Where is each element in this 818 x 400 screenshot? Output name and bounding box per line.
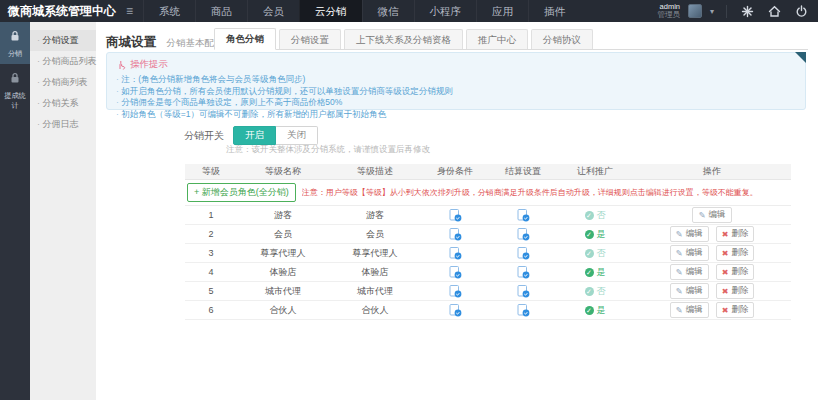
col-rebate-promotion: 让利推广 <box>557 164 633 179</box>
table-row: 3 尊享代理人 尊享代理人 ✓否 ✎编辑 ✖删除 <box>185 244 791 263</box>
edit-button[interactable]: ✎编辑 <box>692 207 731 223</box>
level-desc-cell: 游客 <box>329 209 421 222</box>
check-circle-icon: ✓ <box>585 306 594 315</box>
identity-condition-icon[interactable] <box>449 304 462 317</box>
delete-button[interactable]: ✖删除 <box>716 264 755 280</box>
role-table: 等级 等级名称 等级描述 身份条件 结算设置 让利推广 操作 + 新增会员角色(… <box>185 164 791 320</box>
hint-line: 注：(角色分销新增角色将会与会员等级角色同步) <box>116 74 789 86</box>
table-row: 2 会员 会员 ✓是 ✎编辑 ✖删除 <box>185 225 791 244</box>
rebate-promotion-cell: ✓否 <box>557 209 633 222</box>
settlement-settings-icon[interactable] <box>517 285 530 298</box>
delete-button[interactable]: ✖删除 <box>716 245 755 261</box>
nav-item-member[interactable]: 会员 <box>247 0 299 22</box>
main-nav: 系统 商品 会员 云分销 微信 小程序 应用 插件 <box>143 0 580 22</box>
tab-promotion-center[interactable]: 推广中心 <box>466 29 528 49</box>
level-desc-cell: 会员 <box>329 228 421 241</box>
operations-cell: ✎编辑 ✖删除 <box>633 283 791 299</box>
sidebar-item-distribution-relations[interactable]: 分销关系 <box>30 93 96 114</box>
nav-item-plugins[interactable]: 插件 <box>528 0 580 22</box>
fold-corner-icon[interactable] <box>795 52 806 63</box>
home-icon[interactable] <box>768 5 781 18</box>
settlement-settings-icon[interactable] <box>517 228 530 241</box>
topbar-right: admin 管理员 ▾ <box>657 3 818 19</box>
user-info: admin 管理员 <box>657 3 680 19</box>
edit-button[interactable]: ✎编辑 <box>670 226 709 242</box>
sidebar-item-distributor-list[interactable]: 分销商列表 <box>30 72 96 93</box>
identity-condition-icon[interactable] <box>449 209 462 222</box>
settlement-settings-icon[interactable] <box>517 304 530 317</box>
level-cell: 3 <box>185 248 237 258</box>
trash-icon: ✖ <box>722 306 729 315</box>
operations-cell: ✎编辑 ✖删除 <box>633 226 791 242</box>
hint-line: 初始角色（等级=1）可编辑不可删除，所有新增的用户都属于初始角色 <box>116 109 789 121</box>
check-circle-icon: ✓ <box>585 268 594 277</box>
tab-relations-qualification[interactable]: 上下线关系及分销资格 <box>344 29 463 49</box>
nav-item-distribution[interactable]: 云分销 <box>299 0 362 22</box>
settlement-settings-icon[interactable] <box>517 247 530 260</box>
level-cell: 4 <box>185 267 237 277</box>
rebate-promotion-cell: ✓是 <box>557 266 633 279</box>
delete-button[interactable]: ✖删除 <box>716 283 755 299</box>
level-name-cell: 会员 <box>237 228 329 241</box>
distribution-switch-row: 分销开关 开启 关闭 <box>184 126 318 145</box>
switch-label: 分销开关 <box>184 129 224 143</box>
tab-role-distribution[interactable]: 角色分销 <box>214 28 276 50</box>
rail-item-commission-stats[interactable]: 提成统计 <box>0 64 30 117</box>
level-name-cell: 城市代理 <box>237 285 329 298</box>
delete-button[interactable]: ✖删除 <box>716 302 755 318</box>
nav-item-goods[interactable]: 商品 <box>195 0 247 22</box>
col-level: 等级 <box>185 164 237 179</box>
edit-button[interactable]: ✎编辑 <box>670 302 709 318</box>
add-member-role-button[interactable]: + 新增会员角色(全分销) <box>187 183 296 202</box>
edit-button[interactable]: ✎编辑 <box>670 283 709 299</box>
tab-distribution-settings[interactable]: 分销设置 <box>279 29 341 49</box>
table-row: 4 体验店 体验店 ✓是 ✎编辑 ✖删除 <box>185 263 791 282</box>
hamburger-icon[interactable]: ≡ <box>124 4 143 18</box>
settlement-settings-icon[interactable] <box>517 209 530 222</box>
identity-condition-icon[interactable] <box>449 266 462 279</box>
hint-lines: 注：(角色分销新增角色将会与会员等级角色同步) 如开启角色分销，所有会员使用默认… <box>116 74 789 120</box>
nav-item-apps[interactable]: 应用 <box>476 0 528 22</box>
col-level-desc: 等级描述 <box>329 164 421 179</box>
trash-icon: ✖ <box>722 230 729 239</box>
nav-item-miniprogram[interactable]: 小程序 <box>414 0 477 22</box>
level-cell: 5 <box>185 286 237 296</box>
table-header: 等级 等级名称 等级描述 身份条件 结算设置 让利推广 操作 <box>185 164 791 180</box>
tab-bar: 角色分销 分销设置 上下线关系及分销资格 推广中心 分销协议 <box>214 29 808 50</box>
nav-item-wechat[interactable]: 微信 <box>362 0 414 22</box>
edit-button[interactable]: ✎编辑 <box>670 245 709 261</box>
trash-icon: ✖ <box>722 287 729 296</box>
brand-title: 微商城系统管理中心 <box>0 3 124 20</box>
delete-button[interactable]: ✖删除 <box>716 226 755 242</box>
sidebar-item-distribution-goods-list[interactable]: 分销商品列表 <box>30 51 96 72</box>
rail-item-label: 提成统计 <box>2 91 29 111</box>
rebate-promotion-cell: ✓是 <box>557 304 633 317</box>
sidebar-item-commission-log[interactable]: 分佣日志 <box>30 114 96 135</box>
operations-cell: ✎编辑 ✖删除 <box>633 302 791 318</box>
level-name-cell: 尊享代理人 <box>237 247 329 260</box>
rail-item-distribution[interactable]: 分销 <box>0 22 30 64</box>
table-row: 1 游客 游客 ✓否 ✎编辑 <box>185 206 791 225</box>
edit-button[interactable]: ✎编辑 <box>670 264 709 280</box>
tab-distribution-agreement[interactable]: 分销协议 <box>531 29 593 49</box>
col-operations: 操作 <box>633 164 791 179</box>
icon-rail: 分销 提成统计 <box>0 22 30 400</box>
switch-on-button[interactable]: 开启 <box>233 126 276 145</box>
table-row: 5 城市代理 城市代理 ✓否 ✎编辑 ✖删除 <box>185 282 791 301</box>
sidebar-item-distribution-settings[interactable]: 分销设置 <box>30 30 96 51</box>
identity-condition-icon[interactable] <box>449 228 462 241</box>
level-cell: 6 <box>185 305 237 315</box>
avatar[interactable] <box>688 4 702 18</box>
identity-condition-icon[interactable] <box>449 285 462 298</box>
settlement-settings-icon[interactable] <box>517 266 530 279</box>
pencil-icon: ✎ <box>676 229 683 239</box>
level-name-cell: 合伙人 <box>237 304 329 317</box>
page-title: 商城设置 <box>106 35 156 49</box>
level-desc-cell: 体验店 <box>329 266 421 279</box>
nav-item-system[interactable]: 系统 <box>143 0 195 22</box>
chevron-down-icon[interactable]: ▾ <box>710 7 714 16</box>
identity-condition-icon[interactable] <box>449 247 462 260</box>
power-icon[interactable] <box>795 5 808 18</box>
switch-off-button[interactable]: 关闭 <box>276 126 318 145</box>
clear-cache-icon[interactable] <box>741 5 754 18</box>
